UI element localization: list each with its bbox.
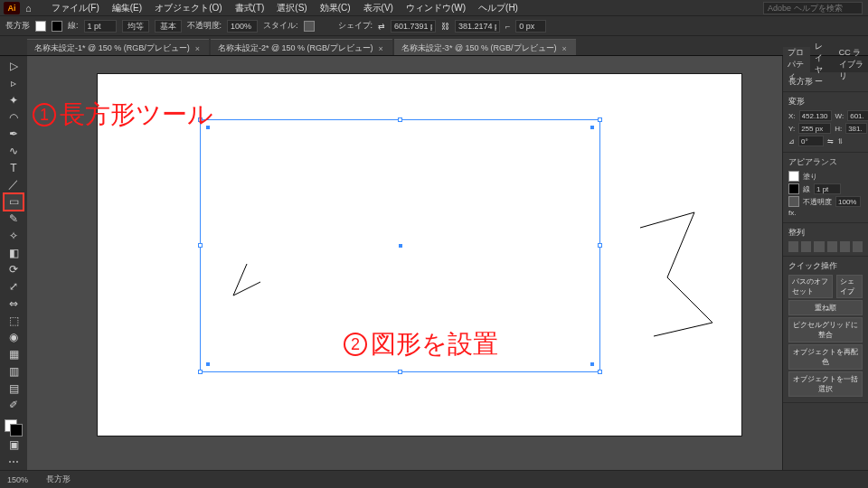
close-icon[interactable]: × [195, 44, 200, 53]
align-hcenter-icon[interactable] [801, 241, 811, 252]
direct-selection-tool[interactable]: ▹ [4, 75, 24, 92]
close-icon[interactable]: × [562, 44, 567, 53]
btn-offset-path[interactable]: パスのオフセット [788, 275, 833, 298]
resize-handle-s[interactable] [398, 370, 402, 374]
align-vcenter-icon[interactable] [840, 241, 850, 252]
annotation-1: 1 長方形ツール [33, 98, 213, 132]
stroke-swatch[interactable] [52, 21, 62, 32]
quick-actions-section: クイック操作 パスのオフセット シェイプ 重ね順 ピクセルグリッドに整合 オブジ… [783, 257, 868, 403]
resize-handle-sw[interactable] [198, 370, 203, 374]
home-icon[interactable]: ⌂ [25, 3, 38, 14]
fill-swatch[interactable] [788, 171, 799, 182]
btn-shape[interactable]: シェイプ [836, 275, 863, 298]
line-tool[interactable]: ／ [4, 176, 24, 193]
fx-label[interactable]: fx. [788, 209, 796, 217]
corner-widget-se[interactable] [590, 362, 594, 366]
btn-recolor[interactable]: オブジェクトを再配色 [788, 344, 863, 370]
mesh-tool[interactable]: ▥ [4, 363, 24, 380]
doc-tab-3[interactable]: 名称未設定-3* @ 150 % (RGB/プレビュー)× [394, 39, 576, 55]
align-left-icon[interactable] [788, 241, 798, 252]
align-right-icon[interactable] [814, 241, 824, 252]
menu-edit[interactable]: 編集(E) [106, 2, 148, 14]
shaper-tool[interactable]: ✧ [4, 228, 24, 245]
opacity-swatch[interactable] [788, 196, 799, 207]
btn-pixel-grid[interactable]: ピクセルグリッドに整合 [788, 317, 863, 343]
menubar: Ai ⌂ ファイル(F) 編集(E) オブジェクト(O) 書式(T) 選択(S)… [0, 0, 868, 16]
shape-height-input[interactable] [455, 20, 500, 33]
transform-h-input[interactable] [845, 123, 867, 134]
screen-mode[interactable]: ▣ [4, 436, 24, 454]
resize-handle-ne[interactable] [598, 117, 602, 122]
paintbrush-tool[interactable]: ✎ [4, 211, 24, 228]
transform-x-input[interactable] [799, 110, 832, 121]
transform-rotate-input[interactable] [798, 136, 824, 146]
align-header: 整列 [788, 227, 863, 239]
resize-handle-e[interactable] [598, 243, 602, 248]
shape-width-input[interactable] [391, 20, 436, 33]
curvature-tool[interactable]: ∿ [4, 143, 24, 160]
lasso-tool[interactable]: ◠ [4, 108, 24, 126]
eyedropper-tool[interactable]: ✐ [4, 397, 24, 414]
type-tool[interactable]: T [4, 160, 24, 177]
menu-window[interactable]: ウィンドウ(W) [400, 2, 472, 14]
edit-toolbar[interactable]: ⋯ [4, 453, 24, 470]
menu-file[interactable]: ファイル(F) [45, 2, 106, 14]
stroke-profile-select[interactable]: 基本 [155, 20, 182, 33]
menu-view[interactable]: 表示(V) [357, 2, 400, 14]
menu-help[interactable]: ヘルプ(H) [472, 2, 524, 14]
flip-v-icon[interactable]: ⥮ [837, 137, 844, 145]
menu-select[interactable]: 選択(S) [270, 2, 313, 14]
doc-tab-2[interactable]: 名称未設定-2* @ 150 % (RGB/プレビュー)× [211, 39, 392, 55]
menu-type[interactable]: 書式(T) [229, 2, 271, 14]
link-wh-icon[interactable]: ⇄ [378, 22, 385, 31]
opacity-input[interactable] [227, 20, 258, 33]
doc-tab-1[interactable]: 名称未設定-1* @ 150 % (RGB/プレビュー)× [27, 39, 209, 55]
rectangle-tool[interactable]: ▭ [4, 193, 24, 211]
rotate-tool[interactable]: ⟳ [4, 261, 24, 278]
btn-select-all[interactable]: オブジェクトを一括選択 [788, 371, 863, 397]
free-transform-tool[interactable]: ⬚ [4, 312, 24, 329]
corner-radius-input[interactable] [515, 20, 546, 33]
btn-arrange[interactable]: 重ね順 [788, 300, 863, 315]
flip-h-icon[interactable]: ⇋ [827, 137, 834, 145]
align-bottom-icon[interactable] [853, 241, 863, 252]
perspective-tool[interactable]: ▦ [4, 346, 24, 363]
menu-effect[interactable]: 効果(C) [314, 2, 357, 14]
center-anchor[interactable] [399, 244, 402, 248]
resize-handle-n[interactable] [398, 117, 402, 122]
fill-stroke-swatch[interactable] [5, 419, 23, 436]
transform-w-input[interactable] [847, 110, 868, 121]
width-tool[interactable]: ⇔ [4, 296, 24, 313]
corner-widget-sw[interactable] [206, 362, 210, 366]
resize-handle-w[interactable] [198, 243, 203, 248]
help-search-input[interactable] [763, 2, 863, 14]
selection-tool[interactable]: ▷ [4, 58, 24, 75]
menu-object[interactable]: オブジェクト(O) [148, 2, 228, 14]
appearance-header: アピアランス [788, 156, 863, 168]
magic-wand-tool[interactable]: ✦ [4, 92, 24, 109]
canvas[interactable]: 1 長方形ツール 2 図形を設置 [27, 56, 782, 470]
gradient-tool[interactable]: ▤ [4, 380, 24, 397]
stroke-weight-input[interactable] [84, 20, 117, 33]
corner-widget-ne[interactable] [590, 126, 594, 129]
transform-y-input[interactable] [798, 123, 831, 134]
stroke-pt-input[interactable] [814, 183, 841, 194]
resize-handle-se[interactable] [598, 370, 602, 374]
stroke-align-select[interactable]: 均等 [122, 20, 149, 33]
fill-swatch[interactable] [35, 21, 46, 32]
eraser-tool[interactable]: ◧ [4, 244, 24, 261]
zoom-level[interactable]: 150% [7, 475, 28, 484]
tab-cc-libraries[interactable]: CC ライブラリ [835, 47, 868, 82]
style-swatch[interactable] [304, 21, 315, 32]
scale-tool[interactable]: ⤢ [4, 278, 24, 296]
panel-opacity-input[interactable] [835, 196, 861, 207]
status-bar: 150% 長方形 [0, 470, 868, 488]
app-icon: Ai [4, 2, 20, 14]
link-icon[interactable]: ⛓ [441, 22, 449, 31]
close-icon[interactable]: × [379, 44, 383, 53]
stroke-swatch[interactable] [788, 183, 799, 194]
align-top-icon[interactable] [827, 241, 837, 252]
pen-tool[interactable]: ✒ [4, 126, 24, 143]
tab-layers[interactable]: レイヤー [810, 41, 834, 88]
shape-builder-tool[interactable]: ◉ [4, 329, 24, 346]
